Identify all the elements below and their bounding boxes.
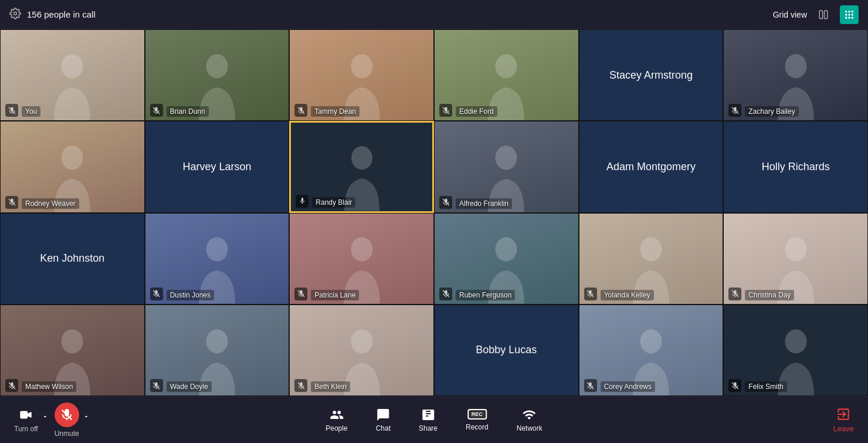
tile-name-display: Adam Montgomery: [579, 121, 723, 212]
grid-view-label: Grid view: [773, 10, 807, 19]
mic-badge: [150, 379, 163, 392]
video-tile-bobby-lucas[interactable]: Bobby Lucas: [434, 305, 579, 396]
unmute-button[interactable]: [55, 403, 79, 427]
mic-badge: [5, 104, 18, 117]
tile-name-label: Christina Day: [745, 290, 794, 300]
mic-control: Unmute: [55, 403, 92, 438]
list-view-button[interactable]: [814, 5, 833, 24]
mic-badge: [728, 104, 741, 117]
tile-name-label: Eddie Ford: [456, 106, 497, 117]
video-tile-randy-blair[interactable]: Randy Blair: [289, 121, 434, 212]
svg-point-41: [351, 329, 372, 353]
video-tile-rodney-weaver[interactable]: Rodney Weaver: [0, 121, 145, 212]
tile-name-display: Holly Richards: [724, 121, 867, 212]
svg-rect-5: [852, 11, 853, 12]
people-count: 156 people in call: [27, 9, 96, 19]
record-button[interactable]: REC Record: [461, 405, 493, 435]
top-bar: 156 people in call Grid view: [0, 0, 868, 29]
video-tile-alfredo-franklin[interactable]: Alfredo Franklin: [434, 121, 579, 212]
video-tile-holly-richards[interactable]: Holly Richards: [723, 121, 868, 212]
video-tile-ruben-ferguson[interactable]: Ruben Ferguson: [434, 213, 579, 305]
svg-point-37: [62, 329, 83, 353]
svg-rect-11: [852, 16, 853, 18]
video-tile-beth-klein[interactable]: Beth Klein: [289, 305, 434, 396]
mic-badge: [5, 379, 18, 392]
network-label: Network: [517, 424, 542, 432]
top-bar-left: 156 people in call: [9, 8, 96, 22]
video-tile-stacey-armstrong[interactable]: Stacey Armstrong: [579, 29, 724, 121]
video-tile-felix-smith[interactable]: Felix Smith: [723, 305, 868, 396]
mic-badge: [728, 379, 741, 392]
bottom-bar: Turn off Unmute People C: [0, 396, 868, 443]
video-tile-zachary-bailey[interactable]: Zachary Bailey: [723, 29, 868, 121]
tile-name-label: Yolanda Kelley: [601, 290, 654, 300]
mic-badge: [439, 196, 452, 209]
mic-chevron[interactable]: [80, 410, 92, 425]
tile-name-label: Alfredo Franklin: [456, 198, 512, 209]
video-tile-you[interactable]: You: [0, 29, 145, 121]
video-tile-corey-andrews[interactable]: Corey Andrews: [579, 305, 724, 396]
tile-name-label: Dustin Jones: [167, 290, 214, 300]
people-button[interactable]: People: [321, 404, 352, 436]
svg-rect-1: [819, 11, 822, 19]
video-grid: You Brian Dunn Tammy Dean Eddie FordStac…: [0, 29, 868, 396]
mic-badge: [728, 288, 741, 300]
settings-icon[interactable]: [9, 8, 21, 22]
video-tile-adam-montgomery[interactable]: Adam Montgomery: [579, 121, 724, 212]
video-tile-eddie-ford[interactable]: Eddie Ford: [434, 29, 579, 121]
grid-view-button[interactable]: [840, 5, 859, 24]
tile-name-label: Patricia Lane: [311, 290, 359, 300]
share-label: Share: [419, 424, 438, 432]
video-tile-harvey-larson[interactable]: Harvey Larson: [145, 121, 290, 212]
tile-name-label: Mathew Wilson: [22, 381, 76, 392]
svg-rect-6: [845, 13, 847, 15]
tile-name-label: Beth Klein: [311, 381, 350, 392]
top-bar-right: Grid view: [773, 5, 859, 24]
svg-point-0: [14, 12, 17, 15]
unmute-label: Unmute: [55, 430, 79, 438]
svg-rect-3: [845, 11, 847, 12]
svg-point-33: [640, 238, 662, 262]
tile-name-label: Felix Smith: [745, 381, 786, 392]
video-tile-yolanda-kelley[interactable]: Yolanda Kelley: [579, 213, 724, 305]
svg-point-18: [496, 54, 517, 78]
svg-point-12: [62, 54, 83, 78]
video-tile-brian-dunn[interactable]: Brian Dunn: [145, 29, 290, 121]
mic-badge: [294, 379, 307, 392]
video-tile-wade-doyle[interactable]: Wade Doyle: [145, 305, 290, 396]
svg-point-39: [206, 329, 228, 353]
bottom-controls-center: People Chat Share REC Record Network: [321, 404, 547, 436]
svg-point-45: [785, 329, 806, 353]
svg-rect-10: [849, 16, 850, 18]
camera-button[interactable]: Turn off: [14, 407, 38, 433]
video-tile-christina-day[interactable]: Christina Day: [723, 213, 868, 305]
svg-rect-7: [849, 13, 850, 15]
chat-label: Chat: [376, 424, 391, 432]
tile-name-display: Harvey Larson: [145, 121, 289, 212]
mic-badge: [150, 288, 163, 300]
video-tile-tammy-dean[interactable]: Tammy Dean: [289, 29, 434, 121]
video-tile-dustin-jones[interactable]: Dustin Jones: [145, 213, 290, 305]
svg-rect-9: [845, 16, 847, 18]
mic-badge: [150, 104, 163, 117]
mic-badge: [5, 196, 18, 209]
tile-name-display: Bobby Lucas: [435, 305, 578, 395]
mic-badge: [294, 288, 307, 300]
camera-control: Turn off: [14, 407, 51, 433]
svg-point-24: [351, 146, 372, 170]
svg-point-27: [206, 238, 228, 262]
video-tile-ken-johnston[interactable]: Ken Johnston: [0, 213, 145, 305]
camera-chevron[interactable]: [39, 410, 51, 425]
svg-point-14: [206, 54, 228, 78]
leave-button[interactable]: Leave: [833, 407, 854, 433]
svg-rect-2: [825, 11, 828, 19]
svg-point-22: [62, 146, 83, 170]
tile-name-label: Zachary Bailey: [745, 106, 798, 117]
mic-badge: [439, 288, 452, 300]
network-button[interactable]: Network: [512, 404, 547, 436]
video-tile-mathew-wilson[interactable]: Mathew Wilson: [0, 305, 145, 396]
share-button[interactable]: Share: [414, 404, 442, 436]
svg-rect-8: [852, 13, 853, 15]
chat-button[interactable]: Chat: [371, 404, 395, 436]
video-tile-patricia-lane[interactable]: Patricia Lane: [289, 213, 434, 305]
